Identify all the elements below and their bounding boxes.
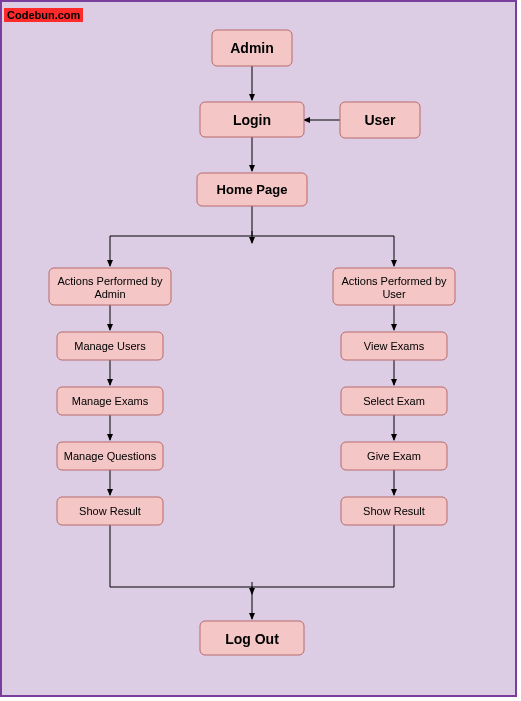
node-give-exam-label: Give Exam bbox=[367, 450, 421, 462]
node-home-label: Home Page bbox=[217, 182, 288, 197]
node-login: Login bbox=[200, 102, 304, 137]
node-view-exams: View Exams bbox=[341, 332, 447, 360]
node-user: User bbox=[340, 102, 420, 138]
node-user-actions-l2: User bbox=[382, 288, 406, 300]
node-admin-actions: Actions Performed by Admin bbox=[49, 268, 171, 305]
node-admin: Admin bbox=[212, 30, 292, 66]
node-admin-actions-l1: Actions Performed by bbox=[57, 275, 163, 287]
node-manage-questions-label: Manage Questions bbox=[64, 450, 157, 462]
node-login-label: Login bbox=[233, 112, 271, 128]
node-select-exam: Select Exam bbox=[341, 387, 447, 415]
node-manage-users: Manage Users bbox=[57, 332, 163, 360]
node-show-result-admin: Show Result bbox=[57, 497, 163, 525]
node-user-actions-l1: Actions Performed by bbox=[341, 275, 447, 287]
node-select-exam-label: Select Exam bbox=[363, 395, 425, 407]
node-manage-users-label: Manage Users bbox=[74, 340, 146, 352]
node-user-actions: Actions Performed by User bbox=[333, 268, 455, 305]
node-admin-actions-l2: Admin bbox=[94, 288, 125, 300]
node-manage-exams: Manage Exams bbox=[57, 387, 163, 415]
node-home: Home Page bbox=[197, 173, 307, 206]
node-give-exam: Give Exam bbox=[341, 442, 447, 470]
node-view-exams-label: View Exams bbox=[364, 340, 425, 352]
flowchart-canvas: Codebun.com bbox=[0, 0, 517, 697]
node-show-result-admin-label: Show Result bbox=[79, 505, 141, 517]
diagram-svg: Admin User Login Home Page Actions Perfo… bbox=[2, 2, 519, 697]
node-manage-questions: Manage Questions bbox=[57, 442, 163, 470]
node-admin-label: Admin bbox=[230, 40, 274, 56]
node-show-result-user: Show Result bbox=[341, 497, 447, 525]
node-logout: Log Out bbox=[200, 621, 304, 655]
node-manage-exams-label: Manage Exams bbox=[72, 395, 149, 407]
node-logout-label: Log Out bbox=[225, 631, 279, 647]
node-show-result-user-label: Show Result bbox=[363, 505, 425, 517]
node-user-label: User bbox=[364, 112, 396, 128]
